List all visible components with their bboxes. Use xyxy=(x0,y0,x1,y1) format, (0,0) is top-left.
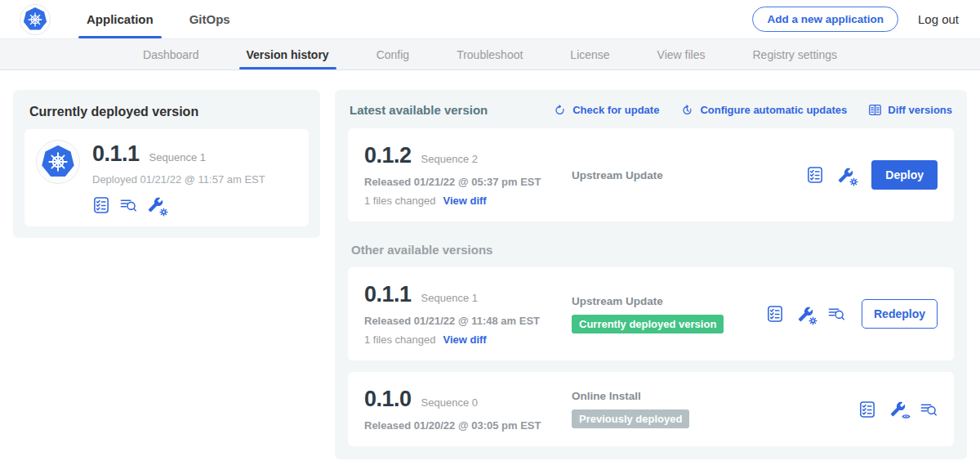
latest-version-title: Latest available version xyxy=(350,103,488,117)
subnav-registry-settings[interactable]: Registry settings xyxy=(729,39,861,69)
deploy-button[interactable]: Deploy xyxy=(871,160,938,190)
update-actions: Check for update Configure automatic upd… xyxy=(553,103,952,117)
check-for-update-label: Check for update xyxy=(572,104,659,116)
sequence-label: Sequence 1 xyxy=(421,292,478,304)
app-logo xyxy=(36,140,80,184)
version-info: 0.1.2 Sequence 2 Released 01/21/22 @ 05:… xyxy=(364,143,572,207)
version-actions xyxy=(858,400,938,418)
subnav-view-files-label: View files xyxy=(657,48,706,61)
main-content: Currently deployed version 0.1.1 Sequenc… xyxy=(0,70,980,459)
other-versions-title: Other available versions xyxy=(351,243,951,257)
gear-icon xyxy=(808,316,818,326)
version-number: 0.1.0 xyxy=(364,387,412,412)
subnav-troubleshoot[interactable]: Troubleshoot xyxy=(433,39,546,69)
deploy-logs-icon[interactable] xyxy=(827,305,845,323)
deployed-timestamp: Deployed 01/21/22 @ 11:57 am EST xyxy=(92,173,265,186)
files-changed-label: 1 files changed xyxy=(364,333,435,346)
diff-icon xyxy=(868,103,882,117)
refresh-icon xyxy=(553,103,567,117)
sequence-label: Sequence 0 xyxy=(421,396,478,409)
header-right: Add a new application Log out xyxy=(752,0,959,38)
view-config-icon[interactable] xyxy=(889,400,907,418)
version-status: Upstream Update xyxy=(572,169,806,181)
deploy-logs-icon[interactable] xyxy=(119,196,137,214)
subnav-config[interactable]: Config xyxy=(353,39,433,69)
kubernetes-logo xyxy=(20,4,51,35)
version-source-label: Upstream Update xyxy=(572,295,758,307)
version-source-label: Online Install xyxy=(572,390,850,402)
add-application-button[interactable]: Add a new application xyxy=(752,7,898,32)
view-diff-link[interactable]: View diff xyxy=(443,195,486,207)
configure-automatic-updates-label: Configure automatic updates xyxy=(700,104,847,116)
version-number: 0.1.2 xyxy=(364,143,412,168)
schedule-update-icon xyxy=(680,103,694,117)
version-number: 0.1.1 xyxy=(364,282,412,307)
subnav-dashboard-label: Dashboard xyxy=(143,48,199,61)
files-changed-label: 1 files changed xyxy=(364,195,435,207)
tab-gitops-label: GitOps xyxy=(189,12,230,26)
subnav-troubleshoot-label: Troubleshoot xyxy=(457,48,523,61)
edit-config-icon[interactable] xyxy=(836,166,855,185)
deployed-sequence-label: Sequence 1 xyxy=(149,151,206,163)
currently-deployed-badge: Currently deployed version xyxy=(572,315,724,333)
deploy-logs-icon[interactable] xyxy=(920,401,938,418)
app-subnav: Dashboard Version history Config Trouble… xyxy=(0,39,980,70)
ship-wheel-icon xyxy=(46,150,70,174)
subnav-config-label: Config xyxy=(376,48,409,61)
deployed-version-number: 0.1.1 xyxy=(92,141,140,167)
subnav-version-history-label: Version history xyxy=(247,48,329,61)
released-timestamp: Released 01/21/22 @ 11:48 am EST xyxy=(364,315,572,327)
check-for-update-link[interactable]: Check for update xyxy=(553,103,659,117)
released-timestamp: Released 01/21/22 @ 05:37 pm EST xyxy=(364,176,572,188)
preflight-checks-icon[interactable] xyxy=(766,305,784,323)
deployed-version-info: 0.1.1 Sequence 1 Deployed 01/21/22 @ 11:… xyxy=(92,140,265,214)
preflight-checks-icon[interactable] xyxy=(858,401,876,418)
version-card-0-1-2: 0.1.2 Sequence 2 Released 01/21/22 @ 05:… xyxy=(348,128,954,222)
sequence-label: Sequence 2 xyxy=(421,153,478,165)
tab-application[interactable]: Application xyxy=(78,0,162,38)
edit-config-icon[interactable] xyxy=(796,305,815,324)
preflight-checks-icon[interactable] xyxy=(806,166,824,184)
version-status: Upstream Update Currently deployed versi… xyxy=(572,295,766,333)
kubernetes-heptagon xyxy=(41,145,75,179)
app-header: Application GitOps Add a new application… xyxy=(0,0,980,39)
currently-deployed-panel: Currently deployed version 0.1.1 Sequenc… xyxy=(13,90,320,238)
kubernetes-heptagon xyxy=(23,7,47,32)
view-diff-link[interactable]: View diff xyxy=(443,333,486,346)
tab-gitops[interactable]: GitOps xyxy=(181,0,238,38)
version-info: 0.1.0 Sequence 0 Released 01/20/22 @ 03:… xyxy=(364,387,572,432)
configure-automatic-updates-link[interactable]: Configure automatic updates xyxy=(680,103,847,117)
previously-deployed-badge: Previously deployed xyxy=(572,410,689,428)
subnav-registry-settings-label: Registry settings xyxy=(753,48,837,61)
subnav-dashboard[interactable]: Dashboard xyxy=(119,39,223,69)
eye-icon xyxy=(901,411,911,421)
latest-version-header: Latest available version Check for updat… xyxy=(350,103,952,117)
ship-wheel-icon xyxy=(26,11,44,29)
gear-icon xyxy=(158,207,168,217)
diff-versions-link[interactable]: Diff versions xyxy=(868,103,952,117)
subnav-view-files[interactable]: View files xyxy=(634,39,729,69)
deployed-version-card: 0.1.1 Sequence 1 Deployed 01/21/22 @ 11:… xyxy=(24,129,309,226)
currently-deployed-title: Currently deployed version xyxy=(29,105,304,119)
version-actions: Redeploy xyxy=(766,299,938,329)
released-timestamp: Released 01/20/22 @ 03:05 pm EST xyxy=(364,419,572,432)
tab-application-label: Application xyxy=(87,12,154,26)
version-info: 0.1.1 Sequence 1 Released 01/21/22 @ 11:… xyxy=(364,282,572,346)
redeploy-button[interactable]: Redeploy xyxy=(862,299,938,329)
version-actions: Deploy xyxy=(806,160,938,190)
subnav-license-label: License xyxy=(570,48,609,61)
logout-button[interactable]: Log out xyxy=(918,12,959,26)
deployed-actions xyxy=(92,195,265,214)
app-tabs: Application GitOps xyxy=(59,0,238,38)
version-status: Online Install Previously deployed xyxy=(572,390,858,428)
diff-versions-label: Diff versions xyxy=(888,104,952,116)
version-source-label: Upstream Update xyxy=(572,169,798,181)
subnav-license[interactable]: License xyxy=(546,39,633,69)
version-card-0-1-1: 0.1.1 Sequence 1 Released 01/21/22 @ 11:… xyxy=(348,267,954,360)
version-history-panel: Latest available version Check for updat… xyxy=(335,90,967,459)
gear-icon xyxy=(849,177,858,187)
version-card-0-1-0: 0.1.0 Sequence 0 Released 01/20/22 @ 03:… xyxy=(348,372,954,446)
preflight-checks-icon[interactable] xyxy=(92,196,110,214)
subnav-version-history[interactable]: Version history xyxy=(223,39,353,69)
edit-config-icon[interactable] xyxy=(146,195,165,214)
